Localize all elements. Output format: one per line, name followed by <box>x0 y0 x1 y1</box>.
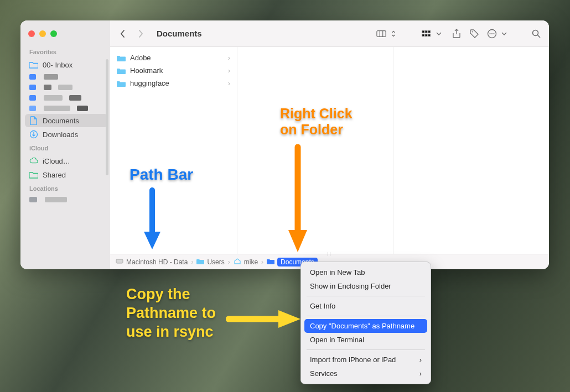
chevron-right-icon: › <box>228 258 230 266</box>
sidebar: Favorites 00- Inbox Documents <box>20 20 110 269</box>
path-crumb-label: Macintosh HD - Data <box>126 258 188 266</box>
sidebar-item-label: Documents <box>43 117 79 125</box>
sidebar-section-favorites: Favorites <box>25 45 108 58</box>
chevron-right-icon: › <box>419 369 422 378</box>
chevron-down-icon <box>499 29 509 39</box>
sidebar-scrollbar[interactable] <box>106 59 108 175</box>
path-crumb-label: mike <box>244 258 258 266</box>
menu-show-enclosing[interactable]: Show in Enclosing Folder <box>304 279 427 293</box>
svg-point-19 <box>533 30 538 35</box>
chevron-down-icon <box>434 29 444 39</box>
sidebar-section-locations: Locations <box>25 182 108 194</box>
annotation-pathbar: Path Bar <box>129 166 193 184</box>
close-window-icon[interactable] <box>28 30 35 37</box>
resize-handle-icon[interactable]: || <box>322 251 338 257</box>
sidebar-item-inbox[interactable]: 00- Inbox <box>25 58 108 71</box>
finder-main: Documents <box>110 20 549 269</box>
path-crumb-mike[interactable]: mike <box>234 258 258 266</box>
sidebar-item-redacted[interactable] <box>25 82 108 92</box>
sidebar-item-label: iCloud… <box>43 157 70 165</box>
minimize-window-icon[interactable] <box>39 30 46 37</box>
chevron-right-icon: › <box>261 258 263 266</box>
svg-point-16 <box>490 33 491 34</box>
chevron-right-icon: › <box>191 258 193 266</box>
group-button[interactable] <box>422 29 444 39</box>
chevron-right-icon: › <box>228 54 230 62</box>
chevron-right-icon: › <box>228 79 230 87</box>
menu-open-new-tab[interactable]: Open in New Tab <box>304 265 427 279</box>
shared-folder-icon <box>29 170 38 179</box>
annotation-rightclick: Right Click on Folder <box>280 106 353 138</box>
chevron-right-icon <box>136 29 146 39</box>
sidebar-item-icloud-drive[interactable]: iCloud… <box>25 154 108 168</box>
chevron-right-icon: › <box>419 356 422 364</box>
path-crumb-label: Users <box>207 258 224 266</box>
folder-icon <box>117 55 126 61</box>
cloud-icon <box>29 156 38 165</box>
chevron-left-icon <box>118 29 128 39</box>
home-icon <box>234 258 241 266</box>
window-title: Documents <box>157 29 202 38</box>
path-crumb-disk[interactable]: Macintosh HD - Data <box>116 258 188 266</box>
search-button[interactable] <box>531 29 541 39</box>
folder-icon <box>29 60 38 69</box>
tags-button[interactable] <box>469 29 479 39</box>
folder-row[interactable]: Adobe › <box>110 51 237 64</box>
sidebar-section-icloud: iCloud <box>25 142 108 154</box>
forward-button[interactable] <box>136 29 146 39</box>
document-icon <box>29 116 38 125</box>
svg-point-14 <box>472 31 473 32</box>
annotation-rsync: Copy the Pathname to use in rsync <box>126 285 216 341</box>
download-icon <box>29 130 38 139</box>
menu-import-iphone[interactable]: Import from iPhone or iPad› <box>304 353 427 367</box>
ellipsis-circle-icon <box>487 29 497 39</box>
sidebar-item-label: Downloads <box>43 130 78 139</box>
arrow-icon <box>138 187 166 254</box>
folder-label: Hookmark <box>130 66 163 75</box>
folder-icon <box>267 258 274 266</box>
sidebar-item-label: 00- Inbox <box>43 61 72 69</box>
sidebar-item-redacted[interactable] <box>25 72 108 82</box>
column-1[interactable]: Adobe › Hookmark › huggingface › <box>110 47 237 254</box>
sidebar-item-redacted[interactable] <box>25 103 108 113</box>
menu-get-info[interactable]: Get Info <box>304 299 427 313</box>
disk-icon <box>116 258 123 266</box>
menu-separator <box>307 349 425 350</box>
column-3[interactable] <box>393 47 550 254</box>
chevron-updown-icon <box>388 29 398 39</box>
columns-icon <box>376 29 386 39</box>
folder-icon <box>117 67 126 74</box>
menu-separator <box>307 316 425 316</box>
chevron-right-icon: › <box>228 66 230 75</box>
sidebar-item-downloads[interactable]: Downloads <box>25 128 108 141</box>
folder-label: Adobe <box>130 54 151 62</box>
context-menu: Open in New Tab Show in Enclosing Folder… <box>300 262 431 384</box>
svg-rect-20 <box>116 259 123 263</box>
fullscreen-window-icon[interactable] <box>50 30 57 37</box>
sidebar-item-redacted[interactable] <box>25 195 108 205</box>
window-controls <box>25 25 108 45</box>
folder-icon <box>117 80 126 87</box>
menu-open-terminal[interactable]: Open in Terminal <box>304 333 427 347</box>
svg-rect-1 <box>377 30 386 36</box>
menu-services[interactable]: Services› <box>304 367 427 380</box>
column-browser: Adobe › Hookmark › huggingface › <box>110 47 549 254</box>
column-2[interactable] <box>237 47 393 254</box>
share-button[interactable] <box>452 29 462 39</box>
svg-point-17 <box>491 33 493 34</box>
sidebar-item-redacted[interactable] <box>25 93 108 103</box>
path-crumb-users[interactable]: Users <box>196 258 224 266</box>
action-button[interactable] <box>487 29 509 39</box>
view-columns-button[interactable] <box>376 29 398 39</box>
sidebar-item-label: Shared <box>43 171 66 179</box>
back-button[interactable] <box>118 29 128 39</box>
arrow-icon <box>284 144 312 255</box>
menu-copy-pathname[interactable]: Copy "Documents" as Pathname <box>304 319 427 333</box>
folder-row[interactable]: huggingface › <box>110 77 237 90</box>
svg-point-18 <box>494 33 495 34</box>
sidebar-item-shared[interactable]: Shared <box>25 168 108 181</box>
sidebar-item-documents[interactable]: Documents <box>25 114 108 127</box>
folder-icon <box>196 258 204 266</box>
tag-icon <box>469 29 479 39</box>
folder-row[interactable]: Hookmark › <box>110 64 237 77</box>
